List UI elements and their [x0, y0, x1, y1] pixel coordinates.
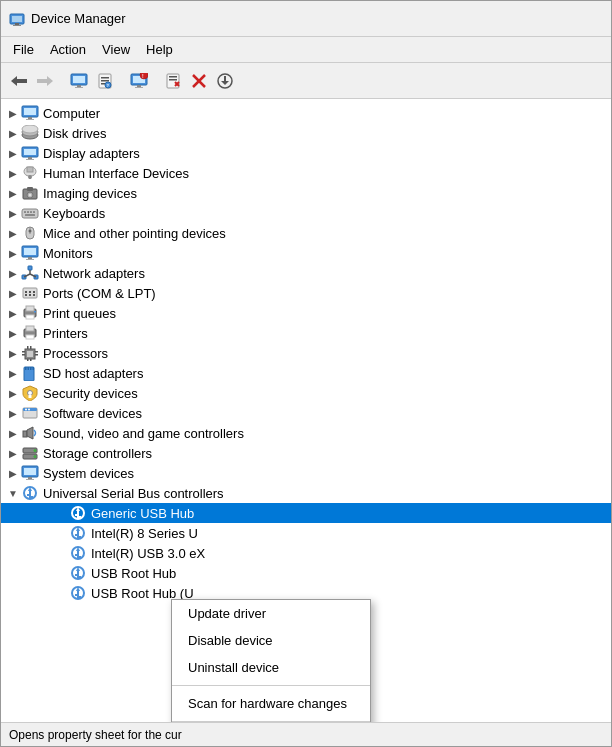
expand-arrow-sd-host: ▶ — [5, 365, 21, 381]
expand-arrow-usb-root-hub — [53, 565, 69, 581]
expand-arrow-intel-usb30 — [53, 545, 69, 561]
download-button[interactable] — [213, 69, 237, 93]
hid-label: Human Interface Devices — [43, 166, 189, 181]
tree-item-usb[interactable]: ▼ Universal Serial Bus controllers — [1, 483, 611, 503]
usb-label: Universal Serial Bus controllers — [43, 486, 224, 501]
processors-label: Processors — [43, 346, 108, 361]
tree-item-mice[interactable]: ▶ Mice and other pointing devices — [1, 223, 611, 243]
alt-properties-btn[interactable]: ? — [93, 69, 117, 93]
tree-item-system[interactable]: ▶ System devices — [1, 463, 611, 483]
svg-rect-9 — [73, 76, 85, 83]
ctx-update-driver[interactable]: Update driver — [172, 600, 370, 627]
svg-rect-82 — [34, 311, 36, 313]
menu-file[interactable]: File — [5, 39, 42, 60]
svg-rect-36 — [28, 117, 32, 119]
svg-rect-58 — [25, 214, 35, 216]
tree-item-processors[interactable]: ▶ Processors — [1, 343, 611, 363]
status-bar: Opens property sheet for the cur — [1, 722, 611, 746]
svg-rect-85 — [26, 335, 34, 339]
tree-item-usb-root-hub[interactable]: USB Root Hub — [1, 563, 611, 583]
tree-item-generic-hub[interactable]: Generic USB Hub — [1, 503, 611, 523]
svg-rect-77 — [29, 294, 31, 296]
svg-rect-88 — [22, 351, 25, 353]
svg-marker-6 — [47, 76, 53, 86]
svg-rect-48 — [29, 176, 31, 179]
expand-arrow-hid: ▶ — [5, 165, 21, 181]
printers-icon — [21, 325, 39, 341]
tree-item-computer[interactable]: ▶ Computer — [1, 103, 611, 123]
display-adapters-label: Display adapters — [43, 146, 140, 161]
expand-arrow-generic-hub — [53, 505, 69, 521]
menu-help[interactable]: Help — [138, 39, 181, 60]
expand-arrow-ports: ▶ — [5, 285, 21, 301]
tree-item-print-queues[interactable]: ▶ Print queues — [1, 303, 611, 323]
generic-hub-icon — [69, 505, 87, 521]
svg-point-101 — [28, 391, 33, 396]
tree-item-printers[interactable]: ▶ Printers — [1, 323, 611, 343]
svg-rect-64 — [28, 257, 32, 259]
tree-item-network[interactable]: ▶ Network adapters — [1, 263, 611, 283]
svg-rect-55 — [27, 211, 29, 213]
svg-rect-37 — [26, 119, 34, 120]
back-button[interactable] — [7, 69, 31, 93]
properties-toolbar-btn[interactable] — [67, 69, 91, 93]
svg-rect-100 — [33, 367, 35, 370]
security-label: Security devices — [43, 386, 138, 401]
tree-item-keyboards[interactable]: ▶ Keyboards — [1, 203, 611, 223]
menu-action[interactable]: Action — [42, 39, 94, 60]
ctx-uninstall-device[interactable]: Uninstall device — [172, 654, 370, 681]
tree-item-software[interactable]: ▶ Software devices — [1, 403, 611, 423]
ports-label: Ports (COM & LPT) — [43, 286, 156, 301]
svg-rect-115 — [28, 477, 32, 479]
delete-button[interactable] — [187, 69, 211, 93]
network-icon — [21, 265, 39, 281]
expand-arrow-print-queues: ▶ — [5, 305, 21, 321]
tree-item-sound[interactable]: ▶ Sound, video and game controllers — [1, 423, 611, 443]
svg-rect-14 — [101, 80, 109, 82]
monitor-btn[interactable]: ! — [127, 69, 151, 93]
tree-item-monitors[interactable]: ▶ Monitors — [1, 243, 611, 263]
forward-button[interactable] — [33, 69, 57, 93]
tree-item-security[interactable]: ▶ Security devices — [1, 383, 611, 403]
tree-item-hid[interactable]: ▶ Human Interface Devices — [1, 163, 611, 183]
device-tree[interactable]: ▶ Computer ▶ Disk drives — [1, 99, 611, 722]
svg-point-111 — [34, 449, 37, 452]
svg-rect-11 — [75, 87, 83, 88]
svg-rect-56 — [30, 211, 32, 213]
tree-item-storage[interactable]: ▶ Storage controllers — [1, 443, 611, 463]
title-bar-icon — [9, 11, 25, 27]
svg-rect-13 — [101, 77, 109, 79]
svg-rect-66 — [28, 266, 32, 270]
expand-arrow-keyboards: ▶ — [5, 205, 21, 221]
ctx-scan-hardware[interactable]: Scan for hardware changes — [172, 690, 370, 717]
tree-item-sd-host[interactable]: ▶ SD host adapters — [1, 363, 611, 383]
svg-rect-78 — [33, 294, 35, 296]
intel-usb30-icon — [69, 545, 87, 561]
tree-item-intel-8[interactable]: Intel(R) 8 Series U — [1, 523, 611, 543]
svg-rect-21 — [135, 87, 143, 88]
svg-rect-75 — [33, 291, 35, 293]
usb-root-hub-icon — [69, 565, 87, 581]
usb-icon — [21, 485, 39, 501]
menu-view[interactable]: View — [94, 39, 138, 60]
warning-button[interactable] — [161, 69, 185, 93]
processors-icon — [21, 345, 39, 361]
status-text: Opens property sheet for the cur — [9, 728, 182, 742]
ctx-disable-device[interactable]: Disable device — [172, 627, 370, 654]
svg-marker-4 — [11, 76, 17, 86]
expand-arrow-monitors: ▶ — [5, 245, 21, 261]
svg-rect-54 — [24, 211, 26, 213]
expand-arrow-security: ▶ — [5, 385, 21, 401]
keyboards-icon — [21, 205, 39, 221]
intel-8-icon — [69, 525, 87, 541]
svg-rect-5 — [17, 79, 27, 83]
tree-item-disk-drives[interactable]: ▶ Disk drives — [1, 123, 611, 143]
tree-item-intel-usb30[interactable]: Intel(R) USB 3.0 eX — [1, 543, 611, 563]
svg-rect-84 — [26, 326, 34, 331]
svg-rect-57 — [33, 211, 35, 213]
tree-item-display-adapters[interactable]: ▶ Display adapters — [1, 143, 611, 163]
tree-item-imaging[interactable]: ▶ Imaging devices — [1, 183, 611, 203]
svg-point-112 — [34, 455, 37, 458]
svg-rect-74 — [29, 291, 31, 293]
tree-item-ports[interactable]: ▶ Ports (COM & LPT) — [1, 283, 611, 303]
